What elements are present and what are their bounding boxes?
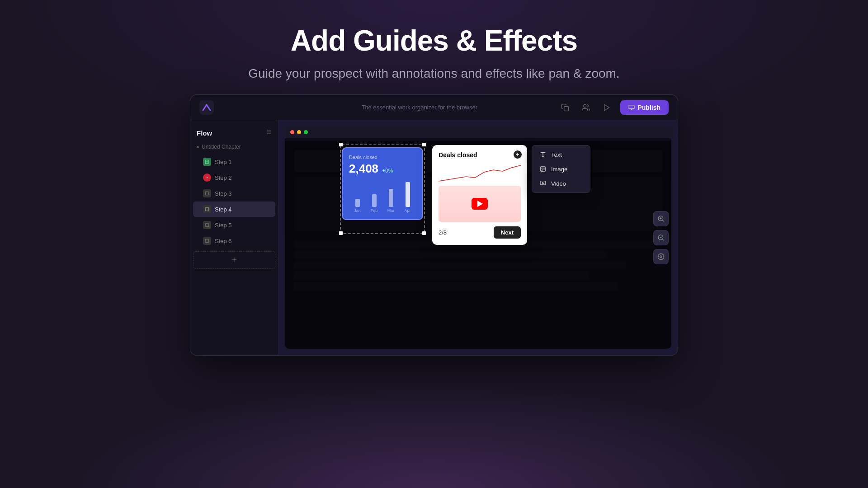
- step-2-label: Step 2: [215, 174, 232, 181]
- annotation-footer: 2/8 Next: [439, 226, 521, 239]
- page-sub-title: Guide your prospect with annotations and…: [248, 66, 619, 81]
- step-1-label: Step 1: [215, 159, 232, 165]
- step-2-icon: [203, 174, 211, 182]
- bar-apr-bar: [406, 182, 410, 207]
- chart-card: Deals closed 2,408 +0% Jan Feb: [342, 147, 423, 220]
- app-window: The essential work organizer for the bro…: [190, 94, 678, 356]
- svg-marker-20: [542, 183, 544, 184]
- annotation-title: Deals closed: [439, 151, 521, 159]
- chapter-label: Untitled Chapter: [190, 142, 278, 154]
- chapter-dot: [197, 146, 199, 148]
- svg-line-22: [662, 220, 664, 221]
- bar-feb-label: Feb: [371, 208, 378, 213]
- svg-rect-1: [564, 107, 569, 111]
- svg-rect-0: [199, 100, 214, 115]
- video-icon: [539, 180, 547, 187]
- chart-card-label: Deals closed: [349, 155, 416, 160]
- sidebar: Flow Untitled Chapter Step 1: [190, 120, 278, 355]
- youtube-container: [439, 186, 521, 222]
- svg-rect-14: [205, 208, 209, 211]
- play-icon[interactable]: [599, 100, 614, 115]
- step-5-label: Step 5: [215, 222, 232, 229]
- annotation-counter: 2/8: [439, 229, 447, 236]
- top-right-actions: Publish: [558, 100, 669, 115]
- context-item-video-label: Video: [551, 180, 566, 187]
- bar-jan: Jan: [351, 199, 364, 213]
- step-3-icon: [203, 189, 211, 197]
- step-6-label: Step 6: [215, 238, 232, 244]
- target-button[interactable]: [653, 249, 669, 264]
- step-4-icon: [203, 205, 211, 213]
- context-item-text-label: Text: [551, 151, 562, 158]
- text-icon: [539, 151, 547, 158]
- annotation-card: + Deals closed 2/8 Next: [432, 145, 527, 245]
- page-main-title: Add Guides & Effects: [248, 25, 619, 56]
- svg-rect-15: [205, 224, 209, 227]
- svg-rect-16: [205, 239, 209, 243]
- youtube-play-button[interactable]: [472, 198, 488, 210]
- context-item-text[interactable]: Text: [534, 147, 588, 162]
- app-subtitle: The essential work organizer for the bro…: [281, 104, 558, 111]
- zoom-in-button[interactable]: [653, 211, 669, 226]
- browser-chrome: [285, 127, 671, 138]
- step-item-3[interactable]: Step 3: [193, 186, 275, 201]
- step-3-label: Step 3: [215, 190, 232, 197]
- annotation-line-chart: [439, 163, 521, 186]
- browser-dot-yellow: [297, 130, 301, 134]
- svg-point-29: [660, 256, 662, 258]
- sidebar-header: Flow: [190, 127, 278, 142]
- bar-mar-bar: [389, 189, 393, 207]
- bar-jan-bar: [355, 199, 360, 207]
- svg-rect-4: [629, 105, 635, 109]
- image-icon: [539, 165, 547, 173]
- bar-mar: Mar: [384, 189, 397, 213]
- publish-button[interactable]: Publish: [620, 100, 669, 115]
- svg-rect-13: [205, 192, 209, 196]
- svg-point-2: [584, 104, 586, 107]
- context-item-image[interactable]: Image: [534, 162, 588, 176]
- context-item-image-label: Image: [551, 166, 567, 173]
- svg-line-26: [662, 239, 664, 240]
- zoom-out-button[interactable]: [653, 230, 669, 245]
- step-6-icon: [203, 237, 211, 245]
- step-1-icon: [203, 158, 211, 166]
- play-triangle: [477, 201, 483, 207]
- step-item-2[interactable]: Step 2: [193, 170, 275, 185]
- step-item-6[interactable]: Step 6: [193, 233, 275, 249]
- canvas-area: Deals closed 2,408 +0% Jan Feb: [278, 120, 678, 355]
- right-toolbar: [653, 211, 669, 264]
- step-4-label: Step 4: [215, 206, 232, 213]
- logo-area: [199, 100, 281, 115]
- bar-jan-label: Jan: [354, 208, 361, 213]
- svg-marker-3: [604, 104, 609, 111]
- step-item-4[interactable]: Step 4: [193, 202, 275, 217]
- context-menu: Text Image Video: [532, 145, 590, 193]
- main-content: Flow Untitled Chapter Step 1: [190, 120, 678, 355]
- step-item-5[interactable]: Step 5: [193, 217, 275, 233]
- bar-apr-label: Apr: [404, 208, 410, 213]
- bar-feb: Feb: [368, 194, 381, 213]
- chart-card-value: 2,408 +0%: [349, 162, 416, 176]
- sidebar-title: Flow: [197, 129, 212, 137]
- share-icon[interactable]: [579, 100, 593, 115]
- sidebar-filter-icon[interactable]: [264, 128, 272, 137]
- bar-mar-label: Mar: [387, 208, 395, 213]
- copy-icon[interactable]: [558, 100, 572, 115]
- chart-card-delta: +0%: [382, 168, 393, 174]
- app-logo: [199, 100, 214, 115]
- step-item-1[interactable]: Step 1: [193, 154, 275, 169]
- context-item-video[interactable]: Video: [534, 176, 588, 191]
- mini-bar-chart: Jan Feb Mar Apr: [349, 181, 416, 213]
- browser-dot-red: [290, 130, 294, 134]
- next-button[interactable]: Next: [494, 226, 521, 239]
- top-bar: The essential work organizer for the bro…: [190, 95, 678, 120]
- bar-apr: Apr: [401, 182, 414, 213]
- browser-dot-green: [304, 130, 308, 134]
- bar-feb-bar: [372, 194, 377, 207]
- add-step-button[interactable]: +: [193, 251, 275, 269]
- step-5-icon: [203, 221, 211, 229]
- svg-point-18: [542, 168, 542, 169]
